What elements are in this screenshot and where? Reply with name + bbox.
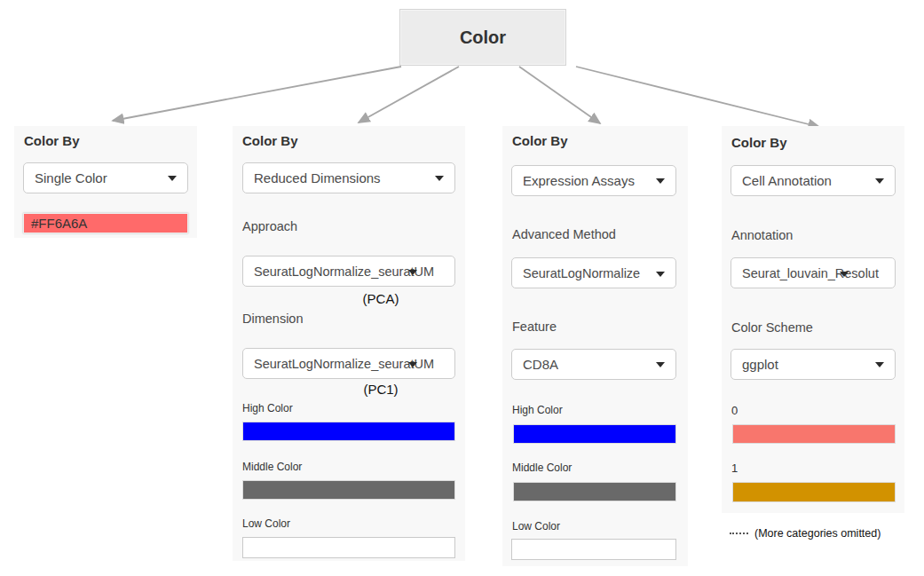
color-scheme-label: Color Scheme [731,320,813,335]
low-color-label: Low Color [242,517,290,530]
panel-heading: Color By [242,133,298,148]
middle-color-label: Middle Color [512,462,572,474]
category-0-label: 0 [731,404,738,417]
color-by-select-value: Cell Annotation [742,173,832,188]
category-1-swatch[interactable] [732,482,896,502]
chevron-down-icon [875,178,884,184]
root-node-label: Color [460,28,506,48]
dimension-input[interactable]: SeuratLogNormalize_seuratUM [242,348,455,379]
middle-color-label: Middle Color [242,461,302,473]
diagram-root-node: Color [399,9,566,66]
dotted-line [730,533,748,534]
color-by-select-value: Expression Assays [523,173,635,188]
color-by-select[interactable]: Cell Annotation [731,165,896,196]
annotation-value: Seurat_louvain_Resolut [742,266,895,280]
chevron-down-icon [656,178,665,184]
panel-heading: Color By [731,135,787,150]
approach-value: SeuratLogNormalize_seuratUM [254,264,454,279]
low-color-input[interactable] [242,537,455,558]
category-1-label: 1 [731,462,738,475]
feature-select-value: CD8A [523,357,558,372]
chevron-down-icon [408,362,417,367]
advanced-method-label: Advanced Method [512,227,616,241]
approach-label: Approach [242,219,297,233]
panel-cell-annotation: Color By Cell Annotation Annotation Seur… [722,126,904,513]
annotation-label: Annotation [731,228,793,242]
color-by-select-value: Single Color [35,170,107,185]
advanced-method-input[interactable]: SeuratLogNormalize [511,257,676,288]
panel-single-color: Color By Single Color #FF6A6A [14,126,197,238]
chevron-down-icon [435,176,444,181]
category-0-swatch[interactable] [732,424,896,444]
color-by-select[interactable]: Single Color [23,162,188,193]
chevron-down-icon [875,362,884,367]
low-color-input[interactable] [511,539,676,560]
chevron-down-icon [840,272,849,277]
footnote-text: (More categories omitted) [754,527,881,540]
panel-heading: Color By [512,133,568,148]
chevron-down-icon [168,176,177,181]
high-color-label: High Color [242,402,293,414]
color-by-select[interactable]: Reduced Dimensions [242,162,455,193]
middle-color-swatch[interactable] [513,482,676,501]
color-scheme-select-value: ggplot [742,357,778,372]
dimension-label: Dimension [242,312,304,326]
panel-reduced-dimensions: Color By Reduced Dimensions Approach Seu… [233,126,465,561]
chevron-down-icon [656,362,665,367]
annotation-input[interactable]: Seurat_louvain_Resolut [731,257,896,288]
color-by-select-value: Reduced Dimensions [254,170,381,185]
feature-select[interactable]: CD8A [511,349,676,380]
chevron-down-icon [408,270,417,275]
color-by-select[interactable]: Expression Assays [511,165,676,196]
chevron-down-icon [656,272,665,277]
advanced-method-value: SeuratLogNormalize [523,266,675,280]
dimension-annotation: (PC1) [274,382,487,397]
high-color-label: High Color [512,404,563,416]
footnote: (More categories omitted) [730,527,881,540]
single-color-hex: #FF6A6A [31,216,87,231]
panel-expression-assays: Color By Expression Assays Advanced Meth… [502,126,688,566]
approach-annotation: (PCA) [274,291,487,306]
color-scheme-select[interactable]: ggplot [731,349,896,380]
high-color-swatch[interactable] [242,422,455,441]
dimension-value: SeuratLogNormalize_seuratUM [254,357,454,371]
panel-heading: Color By [24,133,80,148]
diagram-canvas: Color Color By Single Color #FF6A6A Colo… [0,0,924,576]
high-color-swatch[interactable] [513,424,676,444]
low-color-label: Low Color [512,520,560,533]
single-color-swatch[interactable]: #FF6A6A [23,213,188,233]
feature-label: Feature [512,320,557,334]
approach-input[interactable]: SeuratLogNormalize_seuratUM [242,256,455,287]
middle-color-swatch[interactable] [242,480,455,500]
